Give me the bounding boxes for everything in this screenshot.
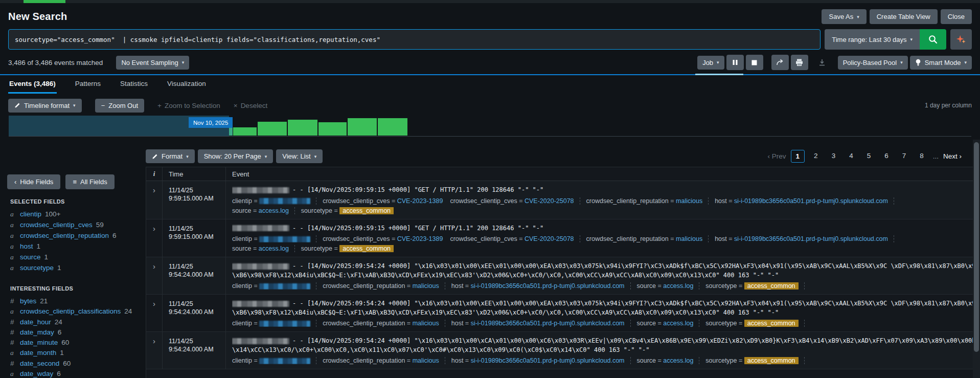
event-field[interactable]: crowdsec_clientip_reputation = malicious <box>323 282 439 290</box>
event-field[interactable]: host = si-i-01989bc3656c0a501.prd-p-tumj… <box>715 197 888 205</box>
sidebar-field-host[interactable]: ahost1 <box>7 241 141 252</box>
next-page-button[interactable]: Next › <box>943 152 962 160</box>
page-button-7[interactable]: 7 <box>898 150 911 163</box>
expand-event-chevron[interactable]: › <box>146 219 163 257</box>
search-button[interactable] <box>920 29 946 50</box>
event-field[interactable]: source = access.log <box>637 282 694 290</box>
sidebar-field-date_minute[interactable]: #date_minute60 <box>7 337 141 347</box>
print-button[interactable] <box>791 55 808 70</box>
timeline-format-dropdown[interactable]: Timeline format ▾ <box>8 99 82 113</box>
job-menu-button[interactable]: Job ▾ <box>697 56 724 70</box>
time-range-picker[interactable]: Time range: Last 30 days ▾ <box>825 29 920 50</box>
stop-button[interactable] <box>746 55 763 70</box>
view-dropdown[interactable]: View: List ▾ <box>276 149 323 163</box>
field-value-link[interactable]: si-i-01989bc3656c0a501.prd-p-tumj0.splun… <box>734 197 888 205</box>
page-button-6[interactable]: 6 <box>880 150 893 163</box>
field-value-highlighted[interactable]: access_common <box>339 207 394 214</box>
scrollbar-thumb[interactable] <box>974 142 979 352</box>
sidebar-field-clientip[interactable]: aclientip100+ <box>7 209 141 219</box>
timeline-histogram[interactable]: Nov 10, 2025 <box>9 116 971 137</box>
field-name-link[interactable]: date_wday <box>20 370 53 377</box>
page-button-5[interactable]: 5 <box>862 150 876 163</box>
search-input[interactable]: sourcetype="access_common" | cssmoke ipf… <box>8 29 821 50</box>
timeline-bar[interactable] <box>378 118 407 136</box>
field-name-link[interactable]: date_hour <box>20 318 51 326</box>
search-mode-dropdown[interactable]: Smart Mode ▾ <box>910 56 972 70</box>
event-field[interactable]: crowdsec_clientip_reputation = malicious <box>323 357 439 364</box>
field-value-link[interactable]: si-i-01989bc3656c0a501.prd-p-tumj0.splun… <box>471 320 625 327</box>
event-field[interactable]: crowdsec_clientip_reputation = malicious <box>586 235 703 242</box>
field-value-link[interactable]: malicious <box>413 357 439 364</box>
event-field[interactable]: clientip = <box>232 282 310 290</box>
event-field[interactable]: crowdsec_clientip_reputation = malicious <box>323 320 439 327</box>
event-field[interactable]: host = si-i-01989bc3656c0a501.prd-p-tumj… <box>715 235 888 242</box>
timeline-bar[interactable] <box>348 118 377 136</box>
tab-statistics[interactable]: Statistics <box>119 76 149 94</box>
field-value-highlighted[interactable]: access_common <box>744 320 799 327</box>
zoom-out-button[interactable]: − Zoom Out <box>95 99 144 113</box>
chevron-right-icon[interactable]: › <box>153 186 155 194</box>
save-as-button[interactable]: Save As ▾ <box>822 9 866 24</box>
page-button-4[interactable]: 4 <box>845 150 858 163</box>
field-name-link[interactable]: sourcetype <box>20 264 54 272</box>
export-button[interactable] <box>814 55 830 70</box>
field-value-highlighted[interactable]: access_common <box>744 357 799 364</box>
sidebar-field-crowdsec_clientip_reputation[interactable]: acrowdsec_clientip_reputation6 <box>7 230 141 241</box>
deselect-button[interactable]: × Deselect <box>234 102 267 109</box>
page-button-3[interactable]: 3 <box>827 150 840 163</box>
field-value-link[interactable]: si-i-01989bc3656c0a501.prd-p-tumj0.splun… <box>734 235 888 242</box>
field-name-link[interactable]: date_month <box>20 349 56 357</box>
sidebar-field-bytes[interactable]: #bytes21 <box>7 296 141 306</box>
event-field[interactable]: sourcetype = access_common <box>705 357 798 364</box>
sidebar-field-sourcetype[interactable]: asourcetype1 <box>7 262 141 273</box>
field-value-link[interactable]: access.log <box>663 357 693 364</box>
sidebar-field-date_wday[interactable]: adate_wday6 <box>7 368 141 378</box>
timeline-bar[interactable] <box>258 122 287 136</box>
expand-event-chevron[interactable]: › <box>146 295 163 331</box>
field-value-link[interactable]: access.log <box>663 320 693 327</box>
share-button[interactable] <box>771 55 789 70</box>
event-field[interactable]: clientip = <box>232 197 310 205</box>
zoom-to-selection-button[interactable]: + Zoom to Selection <box>157 102 220 109</box>
timeline-bar[interactable] <box>233 127 257 136</box>
sidebar-field-source[interactable]: asource1 <box>7 252 141 262</box>
page-button-2[interactable]: 2 <box>809 150 823 163</box>
vertical-scrollbar[interactable] <box>973 140 980 378</box>
chevron-right-icon[interactable]: › <box>153 262 155 271</box>
field-name-link[interactable]: crowdsec_clientip_classifications <box>20 307 121 315</box>
field-name-link[interactable]: crowdsec_clientip_reputation <box>20 232 109 239</box>
ai-assistant-button[interactable] <box>950 29 972 50</box>
create-table-view-button[interactable]: Create Table View <box>870 9 938 24</box>
field-value-link[interactable]: CVE-2023-1389 <box>397 235 443 242</box>
event-field[interactable]: clientip = <box>232 357 310 364</box>
field-name-link[interactable]: host <box>20 242 33 250</box>
event-field[interactable]: crowdsec_clientip_cves = CVE-2020-25078 <box>450 197 574 205</box>
field-value-highlighted[interactable]: access_common <box>339 245 394 252</box>
close-button[interactable]: Close <box>941 9 972 24</box>
event-field[interactable]: source = access.log <box>637 357 694 364</box>
field-value-link[interactable]: access.log <box>259 207 289 214</box>
sidebar-field-date_hour[interactable]: #date_hour24 <box>7 317 141 327</box>
event-sampling-dropdown[interactable]: No Event Sampling ▾ <box>116 56 189 70</box>
all-fields-button[interactable]: ≡ All Fields <box>65 174 114 189</box>
field-value-link[interactable]: access.log <box>663 282 693 290</box>
field-name-link[interactable]: clientip <box>20 210 41 218</box>
field-name-link[interactable]: bytes <box>20 297 36 305</box>
tab-patterns[interactable]: Patterns <box>74 76 102 94</box>
event-field[interactable]: sourcetype = access_common <box>301 207 394 214</box>
expand-event-chevron[interactable]: › <box>146 332 163 369</box>
chevron-right-icon[interactable]: › <box>153 224 155 233</box>
page-button-1[interactable]: 1 <box>791 150 805 163</box>
sidebar-field-date_mday[interactable]: #date_mday6 <box>7 327 141 337</box>
event-field[interactable]: crowdsec_clientip_reputation = malicious <box>586 197 703 205</box>
expand-event-chevron[interactable]: › <box>146 257 163 294</box>
event-field[interactable]: source = access.log <box>637 320 694 327</box>
prev-page-button[interactable]: ‹ Prev <box>768 152 786 160</box>
event-field[interactable]: crowdsec_clientip_cves = CVE-2023-1389 <box>323 235 443 242</box>
event-field[interactable]: crowdsec_clientip_cves = CVE-2023-1389 <box>323 197 443 205</box>
event-field[interactable]: sourcetype = access_common <box>705 282 798 290</box>
field-value-link[interactable]: malicious <box>413 282 439 290</box>
hide-fields-button[interactable]: ‹ Hide Fields <box>7 174 60 189</box>
tab-events[interactable]: Events (3,486) <box>8 76 57 94</box>
event-field[interactable]: source = access.log <box>232 207 289 214</box>
